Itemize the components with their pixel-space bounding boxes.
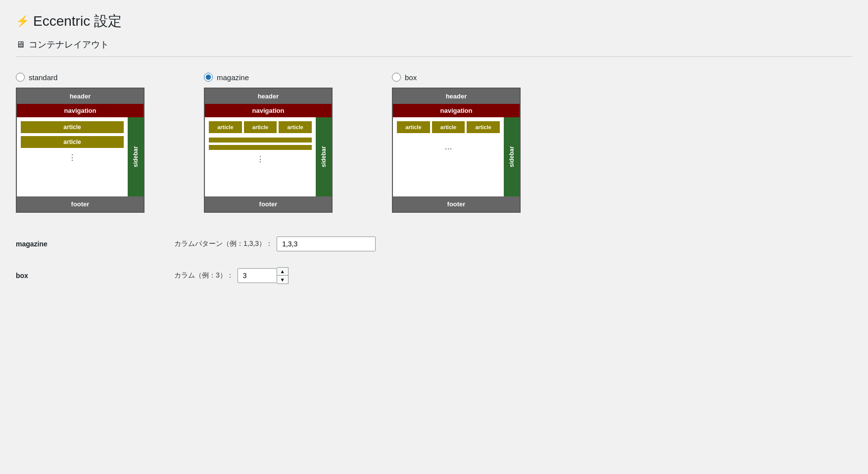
layout-label-magazine: magazine [217, 73, 249, 82]
diag-magazine-article-1: article [209, 121, 242, 133]
diag-standard-article-1: article [21, 121, 124, 133]
diag-box-article-1: article [397, 121, 430, 133]
diag-standard-dots: ⋮ [21, 151, 124, 164]
diag-magazine-dots: ⋮ [209, 152, 312, 166]
diag-box-nav: navigation [393, 104, 520, 117]
diag-box-dots: ... [397, 140, 500, 154]
diag-box-footer: footer [393, 196, 520, 212]
spinner-buttons: ▲ ▼ [277, 267, 289, 284]
page-title-text: Eccentric 設定 [33, 12, 122, 31]
layout-option-standard: standard header navigation article artic… [16, 73, 145, 213]
diag-standard-nav: navigation [17, 104, 144, 117]
page-title: ⚡ Eccentric 設定 [16, 12, 852, 31]
diag-standard-footer: footer [17, 196, 144, 212]
layout-label-box: box [405, 73, 417, 82]
radio-box[interactable] [392, 73, 401, 82]
monitor-icon: 🖥 [16, 40, 25, 50]
radio-label-box[interactable]: box [392, 73, 417, 82]
magazine-settings-field: カラムパターン（例：1,3,3）： [174, 237, 376, 251]
spinner-down-button[interactable]: ▼ [277, 276, 288, 284]
diag-standard-white [21, 167, 124, 192]
bolt-icon: ⚡ [16, 15, 29, 28]
diag-magazine-row-1 [209, 138, 312, 142]
magazine-settings-label: magazine [16, 240, 75, 248]
diag-box-sidebar: sidebar [504, 117, 520, 196]
radio-label-standard[interactable]: standard [16, 73, 57, 82]
diag-magazine-row-2 [209, 145, 312, 150]
layout-option-box: box header navigation article article ar… [392, 73, 521, 213]
diag-standard-content: article article ⋮ [17, 117, 128, 196]
layout-option-magazine: magazine header navigation article artic… [204, 73, 333, 213]
box-column-input[interactable] [238, 268, 277, 283]
box-settings-label: box [16, 272, 75, 280]
magazine-field-label: カラムパターン（例：1,3,3）： [174, 239, 273, 248]
magazine-settings-row: magazine カラムパターン（例：1,3,3）： [16, 237, 852, 251]
diag-standard-article-2: article [21, 136, 124, 148]
diagram-magazine: header navigation article article articl… [204, 88, 333, 213]
diag-box-top-articles: article article article [397, 121, 500, 133]
layout-options: standard header navigation article artic… [16, 73, 852, 213]
diag-magazine-body: article article article ⋮ sidebar [205, 117, 332, 196]
box-settings-row: box カラム（例：3）： ▲ ▼ [16, 267, 852, 284]
diag-magazine-header: header [205, 89, 332, 104]
diag-magazine-sidebar: sidebar [316, 117, 332, 196]
diag-magazine-article-2: article [244, 121, 277, 133]
radio-standard[interactable] [16, 73, 25, 82]
diagram-box: header navigation article article articl… [392, 88, 521, 213]
diag-magazine-top-articles: article article article [209, 121, 312, 133]
diag-box-content: article article article ... [393, 117, 504, 196]
diag-box-article-3: article [467, 121, 500, 133]
diag-box-white [397, 156, 500, 192]
layout-label-standard: standard [29, 73, 57, 82]
settings-section: magazine カラムパターン（例：1,3,3）： box カラム（例：3）：… [16, 237, 852, 284]
box-settings-field: カラム（例：3）： ▲ ▼ [174, 267, 289, 284]
diag-box-article-2: article [432, 121, 465, 133]
diag-magazine-content: article article article ⋮ [205, 117, 316, 196]
spinner-up-button[interactable]: ▲ [277, 268, 288, 276]
diag-standard-body: article article ⋮ sidebar [17, 117, 144, 196]
diag-box-header: header [393, 89, 520, 104]
radio-magazine[interactable] [204, 73, 213, 82]
radio-label-magazine[interactable]: magazine [204, 73, 249, 82]
diagram-standard: header navigation article article ⋮ side… [16, 88, 145, 213]
diag-magazine-footer: footer [205, 196, 332, 212]
diag-standard-sidebar: sidebar [128, 117, 144, 196]
section-title: 🖥 コンテナレイアウト [16, 39, 852, 57]
diag-magazine-white [209, 168, 312, 192]
diag-box-body: article article article ... sidebar [393, 117, 520, 196]
magazine-column-pattern-input[interactable] [277, 237, 376, 251]
diag-magazine-nav: navigation [205, 104, 332, 117]
box-column-spinner: ▲ ▼ [238, 267, 289, 284]
page-wrap: ⚡ Eccentric 設定 🖥 コンテナレイアウト standard head… [0, 0, 868, 312]
box-field-label: カラム（例：3）： [174, 271, 234, 280]
diag-magazine-article-3: article [279, 121, 312, 133]
section-title-text: コンテナレイアウト [29, 39, 109, 50]
diag-standard-header: header [17, 89, 144, 104]
